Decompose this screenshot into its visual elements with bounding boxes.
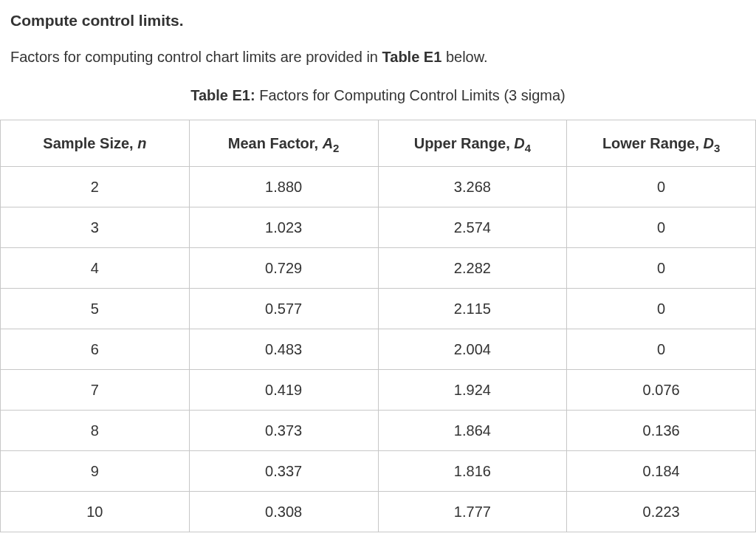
table-cell: 9 [1, 450, 190, 491]
header-var: D [514, 135, 524, 151]
table-cell: 0 [567, 329, 756, 369]
header-text: Upper Range, [414, 135, 515, 151]
table-cell: 0.373 [189, 410, 378, 450]
header-text: Lower Range, [602, 135, 704, 151]
table-cell: 1.924 [378, 369, 567, 410]
table-row: 40.7292.2820 [1, 247, 756, 288]
table-cell: 8 [1, 410, 190, 450]
table-cell: 1.023 [189, 207, 378, 247]
table-cell: 0.729 [189, 247, 378, 288]
table-cell: 1.864 [378, 410, 567, 450]
table-row: 50.5772.1150 [1, 288, 756, 329]
table-cell: 0.223 [567, 491, 756, 532]
table-cell: 2 [1, 166, 190, 207]
table-cell: 5 [1, 288, 190, 329]
table-cell: 0.483 [189, 329, 378, 369]
table-cell: 2.574 [378, 207, 567, 247]
table-cell: 0.136 [567, 410, 756, 450]
table-cell: 0.308 [189, 491, 378, 532]
table-cell: 1.777 [378, 491, 567, 532]
header-lower-range: Lower Range, D3 [567, 120, 756, 166]
table-cell: 10 [1, 491, 190, 532]
control-limits-table: Sample Size, n Mean Factor, A2 Upper Ran… [0, 120, 756, 532]
intro-bold: Table E1 [382, 49, 442, 65]
table-cell: 0 [567, 166, 756, 207]
header-text: Mean Factor, [228, 135, 323, 151]
table-row: 90.3371.8160.184 [1, 450, 756, 491]
table-cell: 2.004 [378, 329, 567, 369]
table-cell: 0 [567, 207, 756, 247]
header-upper-range: Upper Range, D4 [378, 120, 567, 166]
table-cell: 2.282 [378, 247, 567, 288]
table-row: 31.0232.5740 [1, 207, 756, 247]
header-var: D [704, 135, 714, 151]
header-sub: 4 [525, 142, 531, 154]
table-row: 60.4832.0040 [1, 329, 756, 369]
table-cell: 0.076 [567, 369, 756, 410]
intro-suffix: below. [441, 49, 487, 65]
header-mean-factor: Mean Factor, A2 [189, 120, 378, 166]
header-var: n [137, 135, 146, 151]
table-cell: 7 [1, 369, 190, 410]
table-row: 21.8803.2680 [1, 166, 756, 207]
table-caption: Table E1: Factors for Computing Control … [0, 84, 756, 106]
table-cell: 3.268 [378, 166, 567, 207]
intro-prefix: Factors for computing control chart limi… [10, 49, 382, 65]
table-header-row: Sample Size, n Mean Factor, A2 Upper Ran… [1, 120, 756, 166]
table-cell: 1.880 [189, 166, 378, 207]
table-cell: 4 [1, 247, 190, 288]
intro-paragraph: Factors for computing control chart limi… [0, 46, 756, 68]
header-sample-size: Sample Size, n [1, 120, 190, 166]
table-cell: 0 [567, 247, 756, 288]
table-row: 70.4191.9240.076 [1, 369, 756, 410]
header-var: A [323, 135, 333, 151]
caption-bold: Table E1: [190, 87, 255, 103]
table-cell: 3 [1, 207, 190, 247]
table-cell: 0.577 [189, 288, 378, 329]
table-row: 80.3731.8640.136 [1, 410, 756, 450]
table-body: 21.8803.268031.0232.574040.7292.282050.5… [1, 166, 756, 532]
header-sub: 3 [714, 142, 720, 154]
caption-rest: Factors for Computing Control Limits (3 … [255, 87, 566, 103]
table-cell: 2.115 [378, 288, 567, 329]
header-sub: 2 [333, 142, 339, 154]
section-heading: Compute control limits. [0, 9, 756, 32]
table-cell: 1.816 [378, 450, 567, 491]
table-cell: 0.419 [189, 369, 378, 410]
table-cell: 6 [1, 329, 190, 369]
table-cell: 0 [567, 288, 756, 329]
table-cell: 0.337 [189, 450, 378, 491]
table-cell: 0.184 [567, 450, 756, 491]
header-text: Sample Size, [43, 135, 137, 151]
table-row: 100.3081.7770.223 [1, 491, 756, 532]
